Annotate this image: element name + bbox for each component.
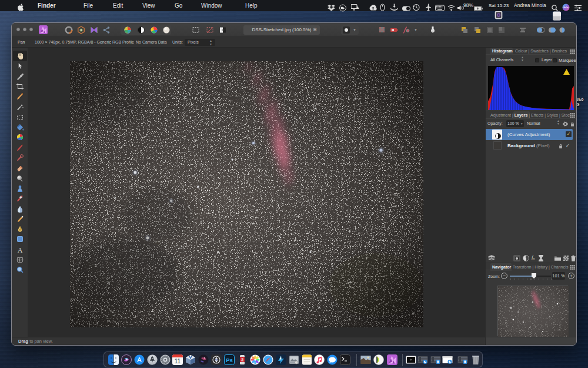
svg-text:A: A [137,356,142,363]
svg-text:A: A [18,246,23,253]
svg-text:Ps: Ps [226,357,233,363]
svg-text:diet: diet [241,357,244,362]
svg-text:11: 11 [175,358,181,364]
